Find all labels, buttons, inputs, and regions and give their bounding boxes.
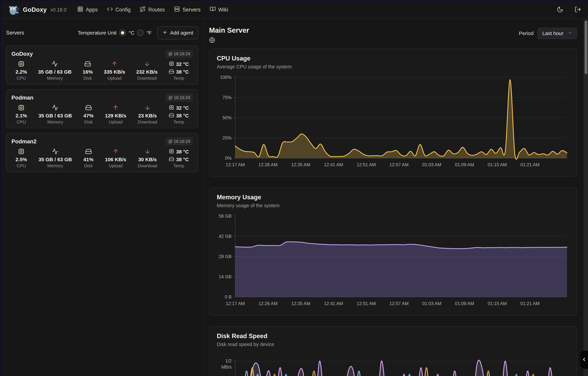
period-select[interactable]: Last hour [538, 28, 577, 39]
svg-text:12:41 AM: 12:41 AM [324, 162, 343, 167]
cpu-chip-icon [169, 149, 174, 155]
nav-item-wiki[interactable]: Wiki [210, 6, 228, 13]
last-update-badge: @ 16:16:24 [166, 50, 193, 58]
book-open-icon [210, 6, 216, 13]
svg-text:01:09 AM: 01:09 AM [455, 162, 474, 167]
nav-label: Wiki [218, 7, 228, 13]
servers-sidebar: Servers Temperature Unit °C °F Add agent [1, 20, 204, 376]
disk-value: 16% [83, 69, 93, 75]
svg-text:75%: 75% [223, 95, 232, 100]
logout-icon[interactable] [575, 6, 581, 13]
chart-title: Disk Read Speed [217, 333, 569, 340]
server-card-podman2[interactable]: Podman2 @ 16:16:24 2.5% CPU 35 GB / 63 G… [6, 133, 198, 172]
arrow-up-icon [112, 148, 119, 156]
server-card-godoxy[interactable]: GoDoxy @ 16:16:24 2.2% CPU 35 GB / 63 GB [6, 45, 198, 84]
hard-drive-icon [84, 61, 91, 68]
svg-text:01:09 AM: 01:09 AM [455, 301, 474, 306]
svg-text:42 GB: 42 GB [219, 234, 231, 239]
download-value: 23 KB/s [138, 113, 157, 119]
svg-text:12:26 AM: 12:26 AM [258, 162, 278, 167]
last-update-badge: @ 16:16:24 [166, 137, 193, 145]
globe-icon[interactable] [209, 37, 249, 44]
content: Servers Temperature Unit °C °F Add agent [1, 20, 588, 376]
vertical-scrollbar[interactable] [584, 19, 588, 376]
nav-item-apps[interactable]: Apps [77, 6, 98, 13]
theme-toggle-moon-icon[interactable] [557, 6, 563, 13]
svg-text:12:57 AM: 12:57 AM [389, 162, 409, 167]
svg-text:01:21 AM: 01:21 AM [520, 162, 540, 167]
activity-icon [52, 148, 58, 156]
nav-label: Routes [148, 7, 165, 13]
nav-label: Apps [86, 7, 98, 13]
cpu-label: CPU [17, 119, 26, 125]
arrow-down-icon [144, 61, 150, 68]
download-value: 30 KB/s [138, 157, 157, 162]
memory-value: 35 GB / 63 GB [38, 157, 72, 162]
nav-item-servers[interactable]: Servers [174, 6, 201, 13]
temp-disk-value: 38 °C [176, 113, 189, 119]
svg-text:50%: 50% [223, 115, 232, 120]
hard-drive-icon [169, 69, 174, 75]
svg-text:12:35 AM: 12:35 AM [291, 162, 310, 167]
code-brackets-icon [107, 6, 113, 13]
cpu-chip-icon [169, 61, 174, 68]
hard-drive-icon [169, 156, 174, 163]
chart-title: CPU Usage [217, 55, 569, 62]
server-name: GoDoxy [11, 51, 33, 57]
add-agent-button[interactable]: Add agent [157, 26, 198, 39]
memory-usage-chart: 0 B14 GB28 GB42 GB56 GB12:17 AM12:26 AM1… [217, 213, 569, 311]
app-window: GoDoxy v0.18.0 Apps Config Routes Server… [1, 1, 588, 376]
disk-read-speed-chart: 1/2MB/s [217, 352, 569, 376]
svg-text:12:51 AM: 12:51 AM [357, 162, 376, 167]
cpu-chip-icon [18, 104, 25, 112]
fahrenheit-radio[interactable] [137, 30, 144, 36]
main-panel: Main Server Period Last hour CPU Usage A… [204, 20, 588, 376]
svg-text:100%: 100% [220, 75, 232, 80]
celsius-radio[interactable] [119, 30, 126, 36]
plus-icon [162, 30, 167, 36]
top-navbar: GoDoxy v0.18.0 Apps Config Routes Server… [1, 1, 588, 19]
svg-text:01:03 AM: 01:03 AM [422, 301, 441, 306]
main-header: Main Server Period Last hour [209, 26, 577, 44]
svg-text:01:21 AM: 01:21 AM [520, 301, 540, 306]
upload-value: 129 KB/s [105, 113, 126, 119]
stat-memory: 35 GB / 63 GB Memory [38, 60, 72, 81]
memory-label: Memory [47, 76, 63, 81]
nav-item-routes[interactable]: Routes [139, 6, 165, 13]
upload-label: Upload [109, 163, 123, 168]
upload-value: 106 KB/s [105, 157, 126, 162]
server-name: Podman2 [11, 138, 37, 145]
add-agent-label: Add agent [170, 30, 193, 36]
svg-text:12:35 AM: 12:35 AM [291, 301, 310, 306]
download-value: 232 KB/s [136, 69, 158, 75]
memory-label: Memory [47, 163, 63, 168]
arrow-down-icon [144, 148, 151, 156]
period-control: Period Last hour [519, 28, 577, 39]
temperature-unit-group: Temperature Unit °C °F Add agent [78, 26, 198, 39]
temp-cpu-value: 32 °C [176, 105, 189, 111]
last-update-badge: @ 16:16:24 [166, 94, 193, 102]
stat-memory: 35 GB / 63 GB Memory [38, 104, 72, 125]
hard-drive-icon [85, 148, 92, 156]
nav-item-config[interactable]: Config [107, 6, 131, 13]
memory-value: 35 GB / 63 GB [38, 69, 72, 75]
download-label: Download [138, 119, 157, 125]
server-stack-icon [174, 6, 180, 13]
memory-label: Memory [47, 119, 63, 125]
memory-value: 35 GB / 63 GB [38, 113, 72, 119]
server-name: Podman [11, 94, 33, 101]
disk-value: 41% [84, 157, 94, 162]
scrollbar-thumb[interactable] [585, 21, 587, 74]
stat-download: 23 KB/s Download [138, 104, 157, 125]
cpu-chip-icon [18, 148, 25, 156]
svg-text:MB/s: MB/s [221, 364, 231, 369]
temp-label: Temp [173, 163, 184, 168]
cpu-value: 2.2% [15, 69, 27, 75]
celsius-label: °C [129, 30, 134, 36]
drawer-collapse-tab[interactable] [580, 351, 588, 369]
temp-disk-value: 38 °C [176, 69, 189, 75]
brand[interactable]: GoDoxy v0.18.0 [8, 4, 66, 16]
temp-label: Temp [173, 76, 184, 81]
svg-text:14 GB: 14 GB [219, 274, 231, 279]
server-card-podman[interactable]: Podman @ 16:16:24 2.1% CPU 35 GB / 63 GB [6, 89, 198, 128]
